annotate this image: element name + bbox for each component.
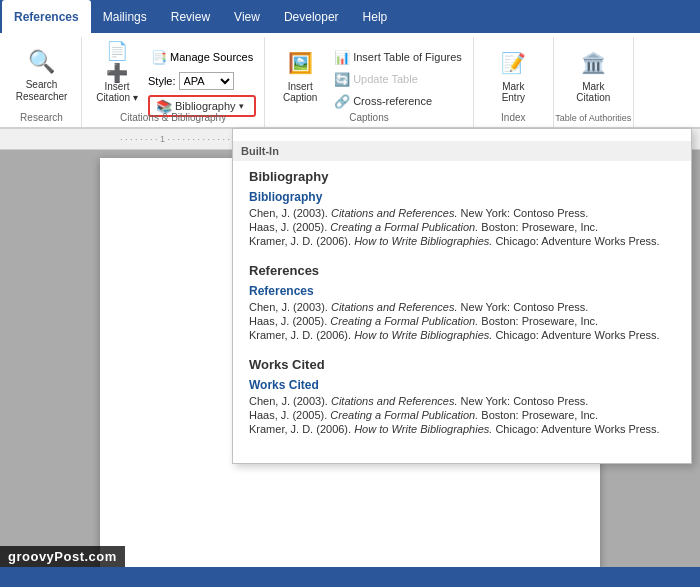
insert-caption-icon: 🖼️ [284, 47, 316, 79]
search-researcher-button[interactable]: 🔍 Search Researcher [19, 43, 65, 105]
bibliography-dropdown-icon: ▾ [239, 101, 244, 111]
references-group-title: References [249, 263, 675, 278]
style-label: Style: [148, 75, 176, 87]
search-researcher-label: Search Researcher [16, 79, 68, 103]
bib-entry-2: Haas, J. (2005). Creating a Formal Publi… [249, 221, 675, 233]
works-cited-group-title: Works Cited [249, 357, 675, 372]
watermark: groovyPost.com [0, 546, 125, 567]
style-row: Style: APA MLA Chicago [148, 71, 256, 91]
cross-reference-icon: 🔗 [334, 94, 350, 109]
update-table-button[interactable]: 🔄 Update Table [331, 69, 465, 89]
tab-review[interactable]: Review [159, 0, 222, 33]
ref-entry-3: Kramer, J. D. (2006). How to Write Bibli… [249, 329, 675, 341]
mark-entry-icon: 📝 [497, 47, 529, 79]
bib-entry-1: Chen, J. (2003). Citations and Reference… [249, 207, 675, 219]
cross-reference-label: Cross-reference [353, 95, 432, 107]
dropdown-section-header: Built-In [233, 141, 691, 161]
bibliography-group-title: Bibliography [249, 169, 675, 184]
wc-entry-2: Haas, J. (2005). Creating a Formal Publi… [249, 409, 675, 421]
tab-view[interactable]: View [222, 0, 272, 33]
mark-citation-label: MarkCitation [576, 81, 610, 103]
ribbon-group-research: 🔍 Search Researcher Research [2, 37, 82, 127]
works-cited-group-link[interactable]: Works Cited [249, 378, 675, 392]
ribbon-group-citations: 📄➕ InsertCitation ▾ 📑 Manage Sources Sty… [82, 37, 265, 127]
insert-citation-label: InsertCitation ▾ [96, 81, 138, 103]
mark-entry-label: MarkEntry [502, 81, 525, 103]
mark-citation-button[interactable]: 🏛️ MarkCitation [568, 43, 618, 105]
wc-entry-3: Kramer, J. D. (2006). How to Write Bibli… [249, 423, 675, 435]
tab-references[interactable]: References [2, 0, 91, 33]
search-researcher-icon: 🔍 [26, 47, 58, 77]
captions-group-label: Captions [265, 112, 473, 123]
bibliography-group: Bibliography Bibliography Chen, J. (2003… [249, 169, 675, 247]
mark-entry-button[interactable]: 📝 MarkEntry [488, 43, 538, 105]
ribbon-group-tableofauth: 🏛️ MarkCitation Table of Authorities [554, 37, 634, 127]
bibliography-group-link[interactable]: Bibliography [249, 190, 675, 204]
wc-entry-1: Chen, J. (2003). Citations and Reference… [249, 395, 675, 407]
ribbon-tabs: References Mailings Review View Develope… [0, 0, 700, 33]
references-group: References References Chen, J. (2003). C… [249, 263, 675, 341]
style-select[interactable]: APA MLA Chicago [179, 72, 234, 90]
tableofauth-group-label: Table of Authorities [554, 113, 633, 123]
ref-entry-1: Chen, J. (2003). Citations and Reference… [249, 301, 675, 313]
ribbon-bar: 🔍 Search Researcher Research 📄➕ InsertCi… [0, 33, 700, 128]
ref-entry-2: Haas, J. (2005). Creating a Formal Publi… [249, 315, 675, 327]
cross-reference-button[interactable]: 🔗 Cross-reference [331, 91, 465, 111]
citations-group-label: Citations & Bibliography [82, 112, 264, 123]
references-group-link[interactable]: References [249, 284, 675, 298]
insert-table-figures-button[interactable]: 📊 Insert Table of Figures [331, 47, 465, 67]
index-group-label: Index [474, 112, 553, 123]
update-table-label: Update Table [353, 73, 418, 85]
update-table-icon: 🔄 [334, 72, 350, 87]
manage-sources-button[interactable]: 📑 Manage Sources [148, 47, 256, 67]
manage-sources-label: Manage Sources [170, 51, 253, 63]
ribbon-group-captions: 🖼️ InsertCaption 📊 Insert Table of Figur… [265, 37, 474, 127]
manage-sources-icon: 📑 [151, 50, 167, 65]
insert-caption-button[interactable]: 🖼️ InsertCaption [273, 43, 327, 105]
bibliography-label: Bibliography [175, 100, 236, 112]
status-bar [0, 567, 700, 587]
tab-developer[interactable]: Developer [272, 0, 351, 33]
tab-help[interactable]: Help [351, 0, 400, 33]
research-group-label: Research [2, 112, 81, 123]
insert-citation-icon: 📄➕ [101, 47, 133, 79]
bib-entry-3: Kramer, J. D. (2006). How to Write Bibli… [249, 235, 675, 247]
ribbon-group-index: 📝 MarkEntry Index [474, 37, 554, 127]
insert-caption-label: InsertCaption [283, 81, 317, 103]
insert-table-figures-icon: 📊 [334, 50, 350, 65]
bibliography-dropdown: Built-In Bibliography Bibliography Chen,… [232, 128, 692, 464]
tab-mailings[interactable]: Mailings [91, 0, 159, 33]
insert-citation-button[interactable]: 📄➕ InsertCitation ▾ [90, 43, 144, 105]
works-cited-group: Works Cited Works Cited Chen, J. (2003).… [249, 357, 675, 435]
insert-table-figures-label: Insert Table of Figures [353, 51, 462, 63]
mark-citation-icon: 🏛️ [577, 47, 609, 79]
